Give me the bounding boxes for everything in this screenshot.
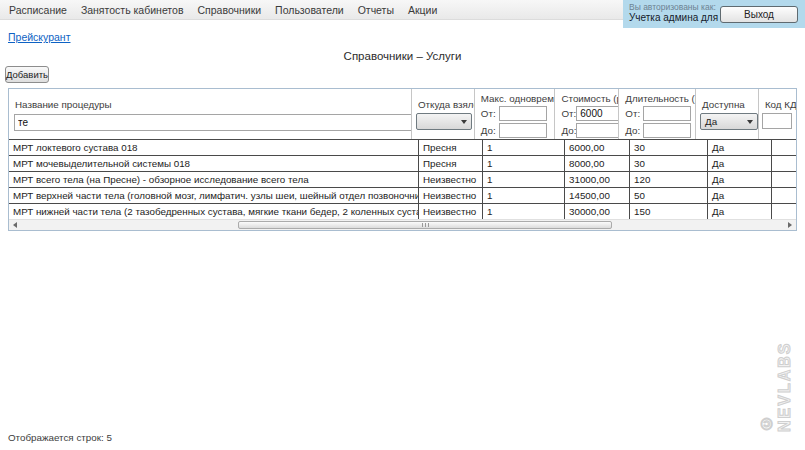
table-row[interactable]: МРТ верхней части тела (головной мозг, л… — [9, 188, 796, 204]
cell-max: 1 — [482, 156, 564, 171]
table-row[interactable]: МРТ нижней части тела (2 тазобедренных с… — [9, 204, 796, 220]
logout-button[interactable]: Выход — [720, 6, 798, 23]
cell-source: Пресня — [418, 140, 482, 155]
cell-duration: 50 — [629, 188, 707, 203]
max-to-input[interactable] — [499, 123, 547, 138]
cell-max: 1 — [482, 140, 564, 155]
cost-from-label: От: — [561, 108, 576, 119]
page-title: Справочники – Услуги — [0, 50, 805, 62]
column-header-cost: Стоимость (руб.) От: До: — [554, 89, 618, 139]
cell-available: Да — [707, 204, 771, 219]
cell-max: 1 — [482, 172, 564, 187]
menu-item-room-occupancy[interactable]: Занятость кабинетов — [74, 0, 191, 20]
available-filter-dropdown[interactable]: Да — [700, 113, 758, 130]
scroll-left-icon[interactable] — [13, 222, 17, 228]
cell-cost: 30000,00 — [564, 204, 629, 219]
cell-name: МРТ всего тела (на Пресне) - обзорное ис… — [9, 172, 418, 187]
cell-cost: 14500,00 — [564, 188, 629, 203]
cell-code — [771, 188, 796, 203]
source-filter-dropdown[interactable] — [416, 113, 472, 130]
auth-panel: Вы авторизованы как: Учетка админа для N… — [623, 0, 805, 28]
breadcrumb-link-pricelist[interactable]: Прейскурант — [8, 31, 70, 43]
rows-count-status: Отображается строк: 5 — [8, 432, 112, 443]
main-menubar: Расписание Занятость кабинетов Справочни… — [0, 0, 623, 20]
cell-source: Неизвестно — [418, 188, 482, 203]
cell-cost: 6000,00 — [564, 140, 629, 155]
max-from-label: От: — [481, 108, 499, 119]
cell-code — [771, 140, 796, 155]
menu-item-schedule[interactable]: Расписание — [2, 0, 74, 20]
chevron-down-icon — [461, 120, 467, 124]
cell-duration: 30 — [629, 140, 707, 155]
duration-to-input[interactable] — [643, 123, 691, 138]
cell-available: Да — [707, 156, 771, 171]
max-to-label: До: — [481, 125, 499, 136]
cell-available: Да — [707, 140, 771, 155]
cost-from-input[interactable] — [576, 106, 618, 121]
duration-from-input[interactable] — [643, 106, 691, 121]
name-filter-input[interactable] — [14, 114, 411, 131]
cell-name: МРТ мочевыделительной системы 018 — [9, 156, 418, 171]
cell-code — [771, 204, 796, 219]
menu-item-users[interactable]: Пользователи — [268, 0, 351, 20]
cell-code — [771, 156, 796, 171]
column-label-duration: Длительность (мин.) — [625, 93, 695, 104]
nevlabs-watermark: © NEVLABS — [758, 322, 794, 432]
cell-available: Да — [707, 188, 771, 203]
table-row[interactable]: МРТ мочевыделительной системы 018 Пресня… — [9, 156, 796, 172]
column-label-max: Макс. одновременно — [481, 93, 555, 104]
column-header-name: Название процедуры — [9, 89, 411, 139]
column-header-available: Доступна Да — [695, 89, 758, 139]
column-header-duration: Длительность (мин.) От: До: — [618, 89, 695, 139]
cell-cost: 31000,00 — [564, 172, 629, 187]
cost-to-label: До: — [561, 125, 576, 136]
duration-from-label: От: — [625, 108, 643, 119]
services-grid: Название процедуры Откуда взялось Макс. … — [8, 88, 797, 231]
column-label-code: Код КД — [765, 99, 796, 110]
menu-item-reports[interactable]: Отчеты — [351, 0, 401, 20]
cell-available: Да — [707, 172, 771, 187]
cell-max: 1 — [482, 204, 564, 219]
scrollbar-grip-icon — [422, 223, 429, 227]
cell-source: Неизвестно — [418, 204, 482, 219]
cell-duration: 120 — [629, 172, 707, 187]
cell-source: Неизвестно — [418, 172, 482, 187]
column-label-cost: Стоимость (руб.) — [561, 93, 618, 104]
cell-max: 1 — [482, 188, 564, 203]
column-header-source: Откуда взялось — [411, 89, 474, 139]
cell-name: МРТ локтевого сустава 018 — [9, 140, 418, 155]
column-header-max: Макс. одновременно От: До: — [474, 89, 555, 139]
column-header-code: Код КД — [758, 89, 796, 139]
menu-item-directories[interactable]: Справочники — [190, 0, 268, 20]
duration-to-label: До: — [625, 125, 643, 136]
add-button[interactable]: Добавить — [5, 66, 49, 83]
table-row[interactable]: МРТ всего тела (на Пресне) - обзорное ис… — [9, 172, 796, 188]
cell-duration: 150 — [629, 204, 707, 219]
column-label-name: Название процедуры — [15, 99, 411, 110]
scrollbar-thumb[interactable] — [238, 221, 612, 229]
cell-code — [771, 172, 796, 187]
scroll-right-icon[interactable] — [788, 222, 792, 228]
cell-source: Пресня — [418, 156, 482, 171]
app-window: Расписание Занятость кабинетов Справочни… — [0, 0, 805, 450]
cell-name: МРТ верхней части тела (головной мозг, л… — [9, 188, 418, 203]
cell-name: МРТ нижней части тела (2 тазобедренных с… — [9, 204, 418, 219]
available-filter-value: Да — [705, 116, 717, 127]
column-label-available: Доступна — [702, 99, 758, 110]
menu-item-promotions[interactable]: Акции — [401, 0, 444, 20]
table-row[interactable]: МРТ локтевого сустава 018 Пресня 1 6000,… — [9, 140, 796, 156]
max-from-input[interactable] — [499, 106, 547, 121]
grid-header: Название процедуры Откуда взялось Макс. … — [9, 89, 796, 139]
grid-body: МРТ локтевого сустава 018 Пресня 1 6000,… — [9, 139, 796, 220]
chevron-down-icon — [747, 120, 753, 124]
cell-cost: 8000,00 — [564, 156, 629, 171]
column-label-source: Откуда взялось — [418, 99, 474, 110]
cell-duration: 30 — [629, 156, 707, 171]
code-filter-input[interactable] — [762, 113, 792, 129]
cost-to-input[interactable] — [576, 123, 618, 138]
horizontal-scrollbar[interactable] — [9, 219, 796, 230]
auth-prefix-label: Вы авторизованы как: — [629, 2, 716, 12]
